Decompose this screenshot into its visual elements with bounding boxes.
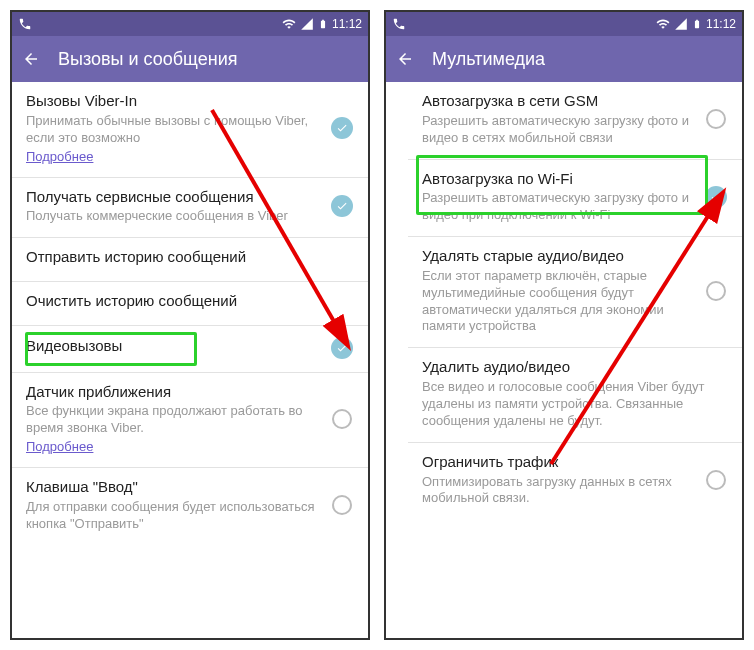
signal-icon (674, 17, 688, 31)
settings-list: Вызовы Viber-In Принимать обычные вызовы… (12, 82, 368, 545)
checkbox-icon[interactable] (704, 107, 728, 131)
checkbox-icon[interactable] (330, 407, 354, 431)
item-subtitle: Принимать обычные вызовы с помощью Viber… (26, 113, 320, 147)
setting-video-calls[interactable]: Видеовызовы (12, 326, 368, 373)
item-title: Автозагрузка в сети GSM (422, 92, 694, 111)
status-bar: 11:12 (12, 12, 368, 36)
item-title: Вызовы Viber-In (26, 92, 320, 111)
settings-list: Автозагрузка в сети GSM Разрешить автома… (386, 82, 742, 519)
more-link[interactable]: Подробнее (26, 149, 93, 164)
item-subtitle: Все видео и голосовые сообщения Viber бу… (422, 379, 728, 430)
more-link[interactable]: Подробнее (26, 439, 93, 454)
checkbox-icon[interactable] (330, 116, 354, 140)
setting-enter-key[interactable]: Клавиша "Ввод" Для отправки сообщения бу… (12, 468, 368, 545)
status-time: 11:12 (706, 17, 736, 31)
wifi-icon (656, 17, 670, 31)
item-subtitle: Все функции экрана продолжают работать в… (26, 403, 320, 437)
setting-autoload-gsm[interactable]: Автозагрузка в сети GSM Разрешить автома… (408, 82, 742, 160)
item-subtitle: Если этот параметр включён, старые мульт… (422, 268, 694, 336)
item-subtitle: Разрешить автоматическую загрузку фото и… (422, 113, 694, 147)
setting-limit-traffic[interactable]: Ограничить трафик Оптимизировать загрузк… (408, 443, 742, 520)
battery-icon (318, 17, 328, 31)
battery-icon (692, 17, 702, 31)
status-time: 11:12 (332, 17, 362, 31)
item-subtitle: Получать коммерческие сообщения в Viber (26, 208, 320, 225)
item-title: Отправить историю сообщений (26, 248, 354, 267)
item-title: Автозагрузка по Wi-Fi (422, 170, 694, 189)
page-title: Вызовы и сообщения (58, 49, 237, 70)
app-bar: Мультимедиа (386, 36, 742, 82)
item-title: Видеовызовы (26, 337, 320, 356)
item-title: Клавиша "Ввод" (26, 478, 320, 497)
checkbox-icon[interactable] (704, 279, 728, 303)
checkbox-icon[interactable] (330, 194, 354, 218)
setting-clear-history[interactable]: Очистить историю сообщений (12, 282, 368, 326)
item-title: Удалять старые аудио/видео (422, 247, 694, 266)
setting-send-history[interactable]: Отправить историю сообщений (12, 238, 368, 282)
setting-service-messages[interactable]: Получать сервисные сообщения Получать ко… (12, 178, 368, 239)
checkbox-icon[interactable] (704, 468, 728, 492)
viber-icon (392, 17, 406, 31)
item-title: Удалить аудио/видео (422, 358, 728, 377)
phone-screen-right: 11:12 Мультимедиа Автозагрузка в сети GS… (384, 10, 744, 640)
checkbox-icon[interactable] (330, 493, 354, 517)
checkbox-icon[interactable] (330, 336, 354, 360)
setting-proximity-sensor[interactable]: Датчик приближения Все функции экрана пр… (12, 373, 368, 469)
setting-viber-in[interactable]: Вызовы Viber-In Принимать обычные вызовы… (12, 82, 368, 178)
item-title: Получать сервисные сообщения (26, 188, 320, 207)
app-bar: Вызовы и сообщения (12, 36, 368, 82)
viber-icon (18, 17, 32, 31)
setting-autoload-wifi[interactable]: Автозагрузка по Wi-Fi Разрешить автомати… (408, 160, 742, 238)
item-title: Ограничить трафик (422, 453, 694, 472)
setting-delete-media[interactable]: Удалить аудио/видео Все видео и голосовы… (408, 348, 742, 442)
back-arrow-icon[interactable] (22, 50, 40, 68)
phone-screen-left: 11:12 Вызовы и сообщения Вызовы Viber-In… (10, 10, 370, 640)
item-subtitle: Для отправки сообщения будет использоват… (26, 499, 320, 533)
item-title: Очистить историю сообщений (26, 292, 354, 311)
item-title: Датчик приближения (26, 383, 320, 402)
status-bar: 11:12 (386, 12, 742, 36)
item-subtitle: Разрешить автоматическую загрузку фото и… (422, 190, 694, 224)
back-arrow-icon[interactable] (396, 50, 414, 68)
setting-delete-old-media[interactable]: Удалять старые аудио/видео Если этот пар… (408, 237, 742, 348)
page-title: Мультимедиа (432, 49, 545, 70)
wifi-icon (282, 17, 296, 31)
checkbox-icon[interactable] (704, 185, 728, 209)
item-subtitle: Оптимизировать загрузку данных в сетях м… (422, 474, 694, 508)
signal-icon (300, 17, 314, 31)
